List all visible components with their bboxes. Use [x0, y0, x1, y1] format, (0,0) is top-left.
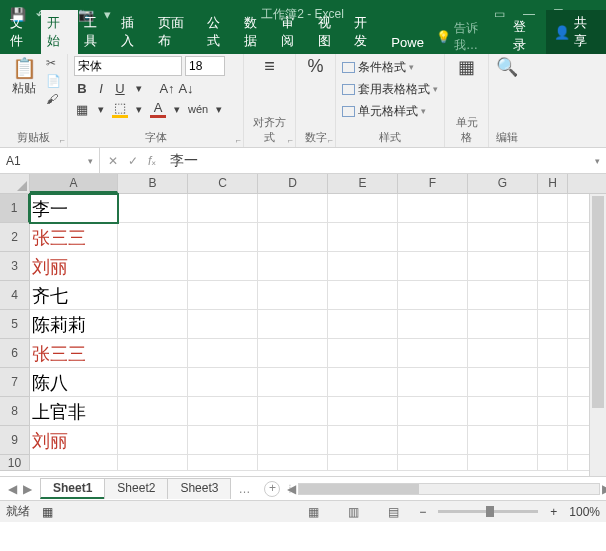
- cell-C2[interactable]: [188, 223, 258, 252]
- cell-B5[interactable]: [118, 310, 188, 339]
- font-size-combo[interactable]: [185, 56, 225, 76]
- dialog-launcher-icon[interactable]: ⌐: [288, 135, 293, 145]
- cell-E6[interactable]: [328, 339, 398, 368]
- cell-A6[interactable]: 张三三: [30, 339, 118, 368]
- row-head-9[interactable]: 9: [0, 426, 29, 455]
- cell-H5[interactable]: [538, 310, 568, 339]
- border-button[interactable]: ▦: [74, 100, 90, 118]
- col-head-B[interactable]: B: [118, 174, 188, 193]
- tell-me[interactable]: 💡告诉我…: [430, 20, 505, 54]
- cell-H6[interactable]: [538, 339, 568, 368]
- alignment-button[interactable]: ≡: [250, 56, 289, 77]
- scrollbar-thumb[interactable]: [299, 484, 419, 494]
- tab-formulas[interactable]: 公式: [201, 10, 238, 54]
- cell-C9[interactable]: [188, 426, 258, 455]
- cell-E8[interactable]: [328, 397, 398, 426]
- dialog-launcher-icon[interactable]: ⌐: [236, 135, 241, 145]
- paste-button[interactable]: 📋 粘贴: [6, 56, 42, 106]
- cell-G2[interactable]: [468, 223, 538, 252]
- cell-B8[interactable]: [118, 397, 188, 426]
- cell-F7[interactable]: [398, 368, 468, 397]
- cell-G1[interactable]: [468, 194, 538, 223]
- phonetic-more-icon[interactable]: ▾: [211, 100, 227, 118]
- cell-G3[interactable]: [468, 252, 538, 281]
- tab-home[interactable]: 开始: [41, 10, 78, 54]
- tab-file[interactable]: 文件: [4, 10, 41, 54]
- cell-B3[interactable]: [118, 252, 188, 281]
- cell-F5[interactable]: [398, 310, 468, 339]
- tab-page-layout[interactable]: 页面布: [152, 10, 201, 54]
- slider-knob[interactable]: [486, 506, 494, 517]
- cell-D7[interactable]: [258, 368, 328, 397]
- decrease-font-icon[interactable]: A↓: [178, 79, 194, 97]
- sheets-more-icon[interactable]: …: [230, 482, 258, 496]
- cell-D8[interactable]: [258, 397, 328, 426]
- cell-A9[interactable]: 刘丽: [30, 426, 118, 455]
- cell-E9[interactable]: [328, 426, 398, 455]
- cell-H1[interactable]: [538, 194, 568, 223]
- column-headers[interactable]: ABCDEFGH: [30, 174, 606, 194]
- cell-D4[interactable]: [258, 281, 328, 310]
- zoom-slider[interactable]: [438, 510, 538, 513]
- cell-C8[interactable]: [188, 397, 258, 426]
- cell-E3[interactable]: [328, 252, 398, 281]
- tab-developer[interactable]: 开发: [348, 10, 385, 54]
- row-head-6[interactable]: 6: [0, 339, 29, 368]
- page-break-view-icon[interactable]: ▤: [379, 505, 407, 519]
- cell-H3[interactable]: [538, 252, 568, 281]
- cell-D3[interactable]: [258, 252, 328, 281]
- cell-H10[interactable]: [538, 455, 568, 471]
- cell-A10[interactable]: [30, 455, 118, 471]
- cell-A8[interactable]: 上官非: [30, 397, 118, 426]
- formula-input[interactable]: 李一: [164, 148, 589, 173]
- cell-C3[interactable]: [188, 252, 258, 281]
- col-head-D[interactable]: D: [258, 174, 328, 193]
- cell-G8[interactable]: [468, 397, 538, 426]
- normal-view-icon[interactable]: ▦: [299, 505, 327, 519]
- cell-B1[interactable]: [118, 194, 188, 223]
- expand-formula-icon[interactable]: ▾: [589, 156, 606, 166]
- cell-E5[interactable]: [328, 310, 398, 339]
- fill-color-button[interactable]: ⬚: [112, 100, 128, 118]
- dialog-launcher-icon[interactable]: ⌐: [328, 135, 333, 145]
- cell-D1[interactable]: [258, 194, 328, 223]
- cell-H7[interactable]: [538, 368, 568, 397]
- select-all-button[interactable]: [0, 174, 30, 194]
- cell-H9[interactable]: [538, 426, 568, 455]
- scrollbar-thumb[interactable]: [592, 196, 604, 408]
- underline-more-icon[interactable]: ▾: [131, 79, 147, 97]
- row-head-7[interactable]: 7: [0, 368, 29, 397]
- cell-D5[interactable]: [258, 310, 328, 339]
- font-color-button[interactable]: A: [150, 100, 166, 118]
- sheet-next-icon[interactable]: ▶: [23, 482, 32, 496]
- cell-H2[interactable]: [538, 223, 568, 252]
- tab-view[interactable]: 视图: [312, 10, 349, 54]
- tab-data[interactable]: 数据: [238, 10, 275, 54]
- cell-B4[interactable]: [118, 281, 188, 310]
- name-box[interactable]: A1▾: [0, 148, 100, 173]
- cell-E2[interactable]: [328, 223, 398, 252]
- sheet-tab-Sheet1[interactable]: Sheet1: [40, 478, 105, 499]
- border-more-icon[interactable]: ▾: [93, 100, 109, 118]
- tab-power[interactable]: Powe: [385, 31, 430, 54]
- row-head-5[interactable]: 5: [0, 310, 29, 339]
- cell-area[interactable]: 李一张三三刘丽齐七陈莉莉张三三陈八上官非刘丽: [30, 194, 606, 476]
- col-head-F[interactable]: F: [398, 174, 468, 193]
- col-head-E[interactable]: E: [328, 174, 398, 193]
- cell-D2[interactable]: [258, 223, 328, 252]
- font-name-combo[interactable]: [74, 56, 182, 76]
- table-format-button[interactable]: 套用表格格式▾: [342, 78, 438, 100]
- row-head-8[interactable]: 8: [0, 397, 29, 426]
- cell-C6[interactable]: [188, 339, 258, 368]
- cell-F8[interactable]: [398, 397, 468, 426]
- col-head-A[interactable]: A: [30, 174, 118, 193]
- cell-F10[interactable]: [398, 455, 468, 471]
- cell-F6[interactable]: [398, 339, 468, 368]
- cell-A3[interactable]: 刘丽: [30, 252, 118, 281]
- login-button[interactable]: 登录: [505, 18, 546, 54]
- tab-insert[interactable]: 插入: [115, 10, 152, 54]
- bold-button[interactable]: B: [74, 79, 90, 97]
- cell-C5[interactable]: [188, 310, 258, 339]
- col-head-G[interactable]: G: [468, 174, 538, 193]
- spreadsheet-grid[interactable]: ABCDEFGH 12345678910 李一张三三刘丽齐七陈莉莉张三三陈八上官…: [0, 174, 606, 476]
